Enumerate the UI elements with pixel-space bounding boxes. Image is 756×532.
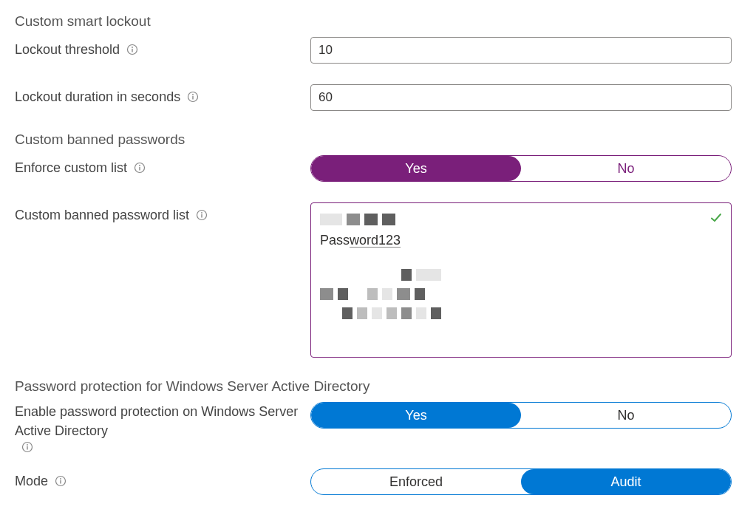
label-text: Lockout threshold [15,40,120,59]
svg-point-16 [60,478,61,480]
svg-point-7 [139,165,140,166]
svg-rect-5 [192,96,193,100]
toggle-option-yes[interactable]: Yes [311,403,521,428]
toggle-option-audit[interactable]: Audit [521,469,731,494]
section-title-password-protection: Password protection for Windows Server A… [15,378,741,395]
toggle-option-yes[interactable]: Yes [311,156,521,181]
custom-banned-list-textarea[interactable]: Password123 [310,202,732,358]
mode-toggle[interactable]: Enforced Audit [310,468,732,495]
toggle-option-enforced[interactable]: Enforced [311,469,521,494]
svg-rect-2 [132,49,132,52]
svg-rect-8 [139,167,140,171]
lockout-duration-input[interactable] [310,84,732,111]
toggle-option-no[interactable]: No [521,403,731,428]
info-icon[interactable] [195,208,208,222]
svg-point-4 [192,94,194,95]
redacted-entry [320,214,704,225]
redacted-entry [320,288,704,300]
enable-protection-toggle[interactable]: Yes No [310,402,732,429]
label-lockout-duration: Lockout duration in seconds [15,84,310,106]
label-text: Custom banned password list [15,205,189,225]
enforce-custom-list-toggle[interactable]: Yes No [310,155,732,182]
section-title-smart-lockout: Custom smart lockout [15,13,741,30]
label-lockout-threshold: Lockout threshold [15,37,310,59]
label-text: Enforce custom list [15,158,127,177]
label-enforce-custom-list: Enforce custom list [15,155,310,177]
section-title-banned-passwords: Custom banned passwords [15,132,741,148]
info-icon[interactable] [126,43,139,56]
svg-rect-17 [60,480,61,484]
banned-list-entry: Password123 [320,233,704,248]
info-icon[interactable] [186,90,200,103]
info-icon[interactable] [133,161,146,174]
label-enable-protection: Enable password protection on Windows Se… [15,402,310,454]
info-icon[interactable] [54,474,67,488]
label-custom-banned-list: Custom banned password list [15,202,310,225]
svg-point-10 [201,212,202,214]
lockout-threshold-input[interactable] [310,37,732,64]
svg-rect-11 [201,214,202,218]
redacted-entry [401,269,704,281]
info-icon[interactable] [21,440,34,454]
label-text: Lockout duration in seconds [15,87,180,106]
svg-point-1 [132,47,133,48]
label-text: Mode [15,471,48,491]
redacted-entry [342,307,704,319]
label-mode: Mode [15,468,310,491]
check-icon [709,211,723,229]
svg-point-13 [27,444,28,446]
toggle-option-no[interactable]: No [521,156,731,181]
label-text: Enable password protection on Windows Se… [15,402,310,440]
svg-rect-14 [27,446,27,450]
